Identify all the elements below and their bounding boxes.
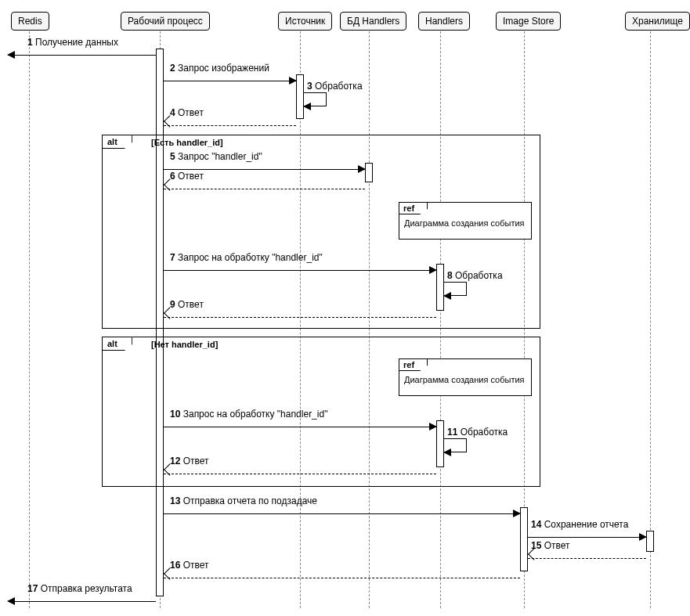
frame-tag-alt: alt <box>102 135 132 149</box>
frame-guard: [Нет handler_id] <box>151 340 218 349</box>
lifeline-redis <box>29 31 30 608</box>
frame-ref1: ref Диаграмма создания события <box>399 202 532 240</box>
msg-num: 5 <box>170 151 175 162</box>
activation-storage <box>646 531 654 552</box>
msg-num: 2 <box>170 63 175 74</box>
msg-text: Отправка результата <box>41 583 132 594</box>
participant-label: Хранилище <box>632 16 683 27</box>
msg-num: 7 <box>170 252 175 263</box>
frame-tag-alt: alt <box>102 337 132 351</box>
participant-label: БД Handlers <box>347 16 399 27</box>
frame-guard: [Есть handler_id] <box>151 138 223 147</box>
msg-11: 11 Обработка <box>444 438 467 452</box>
msg-16: 16 Ответ <box>164 571 520 585</box>
participant-source: Источник <box>278 12 332 31</box>
msg-4: 4 Ответ <box>164 119 296 133</box>
msg-10: 10 Запрос на обработку "handler_id" <box>164 420 436 434</box>
participant-storage: Хранилище <box>625 12 690 31</box>
participant-image-store: Image Store <box>496 12 561 31</box>
msg-num: 11 <box>447 427 457 438</box>
msg-text: Ответ <box>178 107 204 118</box>
participant-redis: Redis <box>11 12 49 31</box>
participant-handlers-db: БД Handlers <box>340 12 406 31</box>
msg-num: 8 <box>447 270 453 281</box>
msg-text: Ответ <box>178 299 204 310</box>
msg-text: Ответ <box>544 540 570 551</box>
msg-num: 14 <box>531 519 541 530</box>
msg-text: Запрос на обработку "handler_id" <box>178 252 323 263</box>
activation-handlers-2 <box>436 420 444 467</box>
msg-text: Ответ <box>183 560 209 571</box>
frame-ref2: ref Диаграмма создания события <box>399 358 532 396</box>
participant-label: Рабочий процесс <box>128 16 203 27</box>
msg-num: 1 <box>27 37 33 48</box>
activation-source <box>296 74 304 119</box>
msg-num: 10 <box>170 409 180 420</box>
participant-handlers: Handlers <box>418 12 470 31</box>
participant-worker: Рабочий процесс <box>121 12 210 31</box>
msg-6: 6 Ответ <box>164 182 365 196</box>
frame-tag-ref: ref <box>399 202 428 214</box>
participant-label: Источник <box>285 16 325 27</box>
msg-text: Запрос изображений <box>178 63 269 74</box>
msg-num: 17 <box>27 583 38 594</box>
msg-9: 9 Ответ <box>164 311 436 325</box>
msg-text: Ответ <box>178 171 204 182</box>
activation-handlers-db <box>365 163 373 182</box>
activation-handlers-1 <box>436 264 444 311</box>
msg-1: 1 Получение данных <box>8 49 156 63</box>
msg-text: Запрос на обработку "handler_id" <box>183 409 328 420</box>
msg-2: 2 Запрос изображений <box>164 74 296 88</box>
participant-label: Image Store <box>503 16 554 27</box>
msg-7: 7 Запрос на обработку "handler_id" <box>164 264 436 278</box>
msg-num: 3 <box>307 81 312 92</box>
msg-3: 3 Обработка <box>304 92 327 106</box>
ref-text: Диаграмма создания события <box>404 375 526 384</box>
msg-text: Запрос "handler_id" <box>178 151 262 162</box>
msg-text: Ответ <box>183 456 209 467</box>
msg-8: 8 Обработка <box>444 282 467 296</box>
ref-text: Диаграмма создания события <box>404 218 526 228</box>
msg-text: Сохранение отчета <box>544 519 629 530</box>
activation-image-store <box>520 507 528 571</box>
msg-text: Обработка <box>455 270 503 281</box>
msg-13: 13 Отправка отчета по подзадаче <box>164 507 520 521</box>
msg-text: Отправка отчета по подзадаче <box>183 495 317 506</box>
msg-text: Обработка <box>315 81 363 92</box>
msg-12: 12 Ответ <box>164 467 436 481</box>
frame-tag-ref: ref <box>399 358 428 371</box>
msg-17: 17 Отправка результата <box>8 595 156 609</box>
lifeline-storage <box>650 31 651 608</box>
msg-15: 15 Ответ <box>528 552 646 566</box>
msg-text: Получение данных <box>35 37 118 48</box>
participant-label: Handlers <box>425 16 463 27</box>
msg-text: Обработка <box>461 427 508 438</box>
participant-label: Redis <box>18 16 42 27</box>
msg-num: 13 <box>170 495 180 506</box>
